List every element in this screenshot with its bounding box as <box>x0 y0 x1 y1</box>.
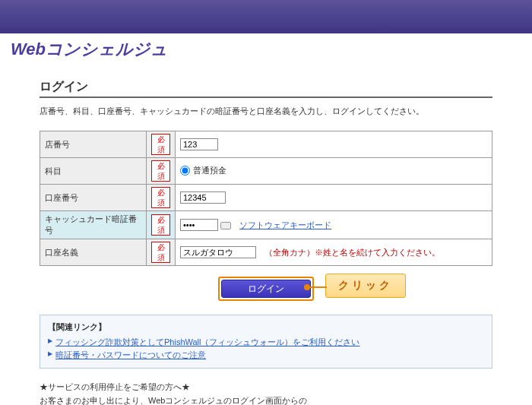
notice-line: ★サービスの利用停止をご希望の方へ★ <box>40 381 492 394</box>
software-keyboard-link[interactable]: ソフトウェアキーボード <box>239 220 331 229</box>
callout-label: クリック <box>325 274 406 298</box>
login-button[interactable]: ログイン <box>221 280 311 298</box>
account-no-input[interactable] <box>180 191 226 204</box>
label-subject: 科目 <box>40 158 147 185</box>
related-link-password[interactable]: 暗証番号・パスワードについてのご注意 <box>48 349 484 362</box>
required-badge: 必須 <box>151 187 170 208</box>
callout-line-icon <box>309 286 327 288</box>
subject-option-label: 普通預金 <box>193 165 226 176</box>
login-button-highlight: ログイン <box>218 277 314 301</box>
header-band <box>0 0 532 33</box>
store-no-input[interactable] <box>180 138 218 150</box>
subject-radio[interactable] <box>180 166 190 176</box>
label-pin: キャッシュカード暗証番号 <box>40 211 147 239</box>
login-form-table: 店番号 必須 科目 必須 普通預金 口座番号 必須 キ <box>40 131 492 266</box>
account-name-input[interactable] <box>180 246 256 258</box>
keyboard-icon <box>220 222 231 229</box>
required-badge: 必須 <box>151 242 170 263</box>
click-callout: クリック <box>325 274 406 298</box>
label-account-name: 口座名義 <box>40 239 147 266</box>
label-store-no: 店番号 <box>40 131 147 158</box>
related-link-phishwall[interactable]: フィッシング詐欺対策としてPhishWall（フィッシュウォール）をご利用くださ… <box>48 336 484 349</box>
related-links-title: 【関連リンク】 <box>48 321 484 333</box>
notice-line: お客さまのお申し出により、Webコンシェルジュのログイン画面からの <box>40 394 492 405</box>
service-notice: ★サービスの利用停止をご希望の方へ★ お客さまのお申し出により、Webコンシェル… <box>40 381 492 405</box>
required-badge: 必須 <box>151 134 170 155</box>
logo: Webコンシェルジュ <box>0 33 532 65</box>
account-name-note: （全角カナ）※姓と名を続けて入力ください。 <box>264 248 440 257</box>
label-account-no: 口座番号 <box>40 185 147 211</box>
related-links-box: 【関連リンク】 フィッシング詐欺対策としてPhishWall（フィッシュウォール… <box>40 315 492 369</box>
pin-input[interactable] <box>180 219 218 231</box>
required-badge: 必須 <box>151 214 170 236</box>
instruction-text: 店番号、科目、口座番号、キャッシュカードの暗証番号と口座名義を入力し、ログインし… <box>40 106 492 117</box>
page-title: ログイン <box>40 79 492 98</box>
required-badge: 必須 <box>151 160 170 182</box>
